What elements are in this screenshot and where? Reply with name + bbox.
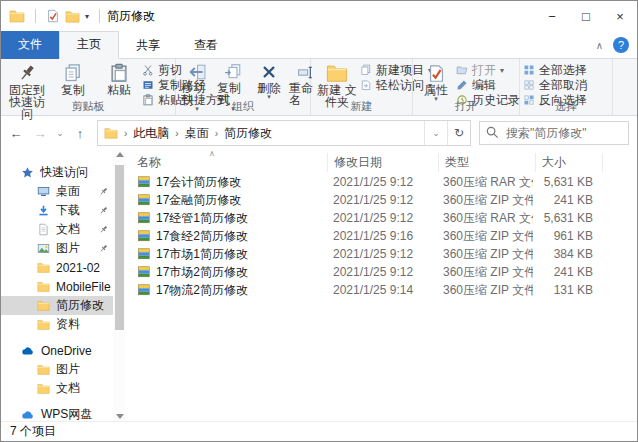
column-header-type[interactable]: 类型 bbox=[439, 153, 536, 172]
sidebar-item-pictures[interactable]: 图片 bbox=[1, 239, 113, 258]
file-date: 2021/1/25 9:12 bbox=[327, 247, 437, 261]
sidebar-item-current-folder[interactable]: 简历修改 bbox=[1, 296, 113, 315]
scrollbar-thumb[interactable] bbox=[115, 165, 124, 330]
file-size: 5,631 KB bbox=[533, 211, 605, 225]
archive-file-icon bbox=[137, 283, 151, 297]
paste-button[interactable]: 粘贴 bbox=[96, 61, 142, 97]
copy-button[interactable]: 复制 bbox=[50, 61, 96, 97]
file-row[interactable]: 17食经2简历修改 2021/1/25 9:16 360压缩 ZIP 文件 96… bbox=[131, 227, 637, 245]
ribbon-group-new: 新建 文件夹 新建项目 ▾ 轻松访问 ▾ 新建 bbox=[311, 59, 413, 115]
sidebar-item-label: 文档 bbox=[56, 380, 80, 397]
copy-path-icon bbox=[142, 79, 154, 91]
breadcrumb-this-pc[interactable]: 此电脑 bbox=[133, 125, 169, 142]
properties-button[interactable]: 属性 ▾ bbox=[416, 61, 456, 103]
sidebar-item-label: 资料 bbox=[56, 316, 80, 333]
back-button[interactable]: ← bbox=[5, 122, 27, 144]
delete-icon bbox=[261, 64, 277, 80]
sidebar-item-onedrive[interactable]: OneDrive bbox=[1, 341, 113, 360]
sidebar-scrollbar[interactable] bbox=[113, 150, 126, 421]
refresh-icon[interactable]: ↻ bbox=[447, 121, 470, 145]
forward-button[interactable]: → bbox=[29, 122, 51, 144]
sidebar-item-label: MobileFile bbox=[56, 280, 111, 294]
select-all-button[interactable]: 全部选择 bbox=[523, 63, 587, 77]
up-button[interactable]: ↑ bbox=[69, 122, 91, 144]
file-row[interactable]: 17市场1简历修改 2021/1/25 9:12 360压缩 ZIP 文件 38… bbox=[131, 245, 637, 263]
search-box bbox=[479, 121, 629, 145]
properties-icon bbox=[427, 64, 446, 83]
search-input[interactable] bbox=[479, 121, 629, 145]
download-icon bbox=[37, 204, 50, 217]
sidebar-item-label: 2021-02 bbox=[56, 261, 100, 275]
scrollbar-up-icon[interactable] bbox=[116, 152, 124, 157]
new-group-label: 新建 bbox=[311, 99, 412, 114]
location-folder-icon bbox=[104, 126, 118, 140]
close-button[interactable]: × bbox=[603, 1, 637, 31]
qat-newfolder-icon[interactable] bbox=[65, 9, 80, 24]
sidebar-item-onedrive-pictures[interactable]: 图片 bbox=[1, 360, 113, 379]
edit-button[interactable]: 编辑 bbox=[456, 78, 520, 92]
file-date: 2021/1/25 9:14 bbox=[327, 283, 437, 297]
file-date: 2021/1/25 9:12 bbox=[327, 175, 437, 189]
sort-ascending-icon: ∧ bbox=[209, 149, 215, 158]
breadcrumb-desktop[interactable]: 桌面 bbox=[185, 125, 209, 142]
archive-file-icon bbox=[137, 193, 151, 207]
breadcrumb-current-folder[interactable]: 简历修改 bbox=[224, 125, 272, 142]
tab-home[interactable]: 主页 bbox=[59, 31, 119, 59]
titlebar-divider bbox=[99, 9, 100, 23]
sidebar-item-wps-cloud[interactable]: WPS网盘 bbox=[1, 405, 113, 421]
monitor-icon bbox=[37, 185, 50, 198]
collapse-ribbon-icon[interactable]: ∧ bbox=[596, 40, 603, 51]
column-header-name[interactable]: ∧ 名称 bbox=[131, 153, 328, 172]
help-icon[interactable]: ? bbox=[613, 37, 629, 53]
scrollbar-down-icon[interactable] bbox=[116, 414, 124, 419]
crumb-separator-icon: › bbox=[175, 128, 178, 139]
sidebar-item-downloads[interactable]: 下载 bbox=[1, 201, 113, 220]
column-header-size[interactable]: 大小 bbox=[536, 153, 603, 172]
copy-icon bbox=[63, 63, 83, 83]
sidebar-item-ziliao[interactable]: 资料 bbox=[1, 315, 113, 334]
sidebar-item-onedrive-documents[interactable]: 文档 bbox=[1, 379, 113, 398]
qat-customize-caret-icon[interactable]: ▾ bbox=[85, 12, 89, 21]
sidebar-item-2021-02[interactable]: 2021-02 bbox=[1, 258, 113, 277]
sidebar-item-quick-access[interactable]: 快速访问 bbox=[1, 163, 113, 182]
picture-icon bbox=[37, 242, 50, 255]
open-group-label: 打开 bbox=[413, 99, 519, 114]
delete-button[interactable]: 删除 ▾ bbox=[251, 61, 287, 101]
file-row[interactable]: 17市场2简历修改 2021/1/25 9:12 360压缩 ZIP 文件 24… bbox=[131, 263, 637, 281]
file-name: 17市场1简历修改 bbox=[156, 246, 248, 263]
file-type: 360压缩 ZIP 文件 bbox=[437, 192, 533, 209]
sidebar-item-label: 下载 bbox=[56, 202, 80, 219]
archive-file-icon bbox=[137, 211, 151, 225]
sidebar-item-desktop[interactable]: 桌面 bbox=[1, 182, 113, 201]
minimize-button[interactable]: − bbox=[535, 1, 569, 31]
file-row[interactable]: 17金融简历修改 2021/1/25 9:12 360压缩 ZIP 文件 241… bbox=[131, 191, 637, 209]
tab-file[interactable]: 文件 bbox=[1, 31, 59, 59]
address-dropdown-icon[interactable]: ⌄ bbox=[424, 121, 447, 145]
column-header-label: 名称 bbox=[137, 154, 161, 171]
edit-icon bbox=[456, 79, 468, 91]
onedrive-cloud-icon bbox=[21, 344, 35, 358]
maximize-button[interactable]: □ bbox=[569, 1, 603, 31]
paste-icon bbox=[109, 63, 129, 83]
open-button[interactable]: 打开 ▾ bbox=[456, 63, 520, 77]
file-row[interactable]: 17经管1简历修改 2021/1/25 9:12 360压缩 RAR 文件 5,… bbox=[131, 209, 637, 227]
column-header-label: 大小 bbox=[542, 154, 566, 171]
sidebar-item-mobilefile[interactable]: MobileFile bbox=[1, 277, 113, 296]
pin-icon bbox=[17, 63, 37, 83]
sidebar-item-label: 桌面 bbox=[56, 183, 80, 200]
qat-properties-icon[interactable] bbox=[46, 9, 60, 23]
breadcrumb[interactable]: › 此电脑 › 桌面 › 简历修改 ⌄ ↻ bbox=[97, 120, 471, 146]
archive-file-icon bbox=[137, 247, 151, 261]
column-header-label: 类型 bbox=[445, 154, 469, 171]
recent-locations-icon[interactable]: ⌄ bbox=[53, 122, 67, 144]
folder-icon bbox=[37, 299, 50, 312]
tab-view[interactable]: 查看 bbox=[177, 33, 235, 59]
file-size: 961 KB bbox=[533, 229, 605, 243]
select-none-button[interactable]: 全部取消 bbox=[523, 78, 587, 92]
file-row[interactable]: 17物流2简历修改 2021/1/25 9:14 360压缩 ZIP 文件 13… bbox=[131, 281, 637, 299]
file-row[interactable]: 17会计简历修改 2021/1/25 9:12 360压缩 RAR 文件 5,6… bbox=[131, 173, 637, 191]
ribbon-spacer bbox=[613, 59, 637, 115]
sidebar-item-documents[interactable]: 文档 bbox=[1, 220, 113, 239]
column-header-date[interactable]: 修改日期 bbox=[328, 153, 439, 172]
tab-share[interactable]: 共享 bbox=[119, 33, 177, 59]
